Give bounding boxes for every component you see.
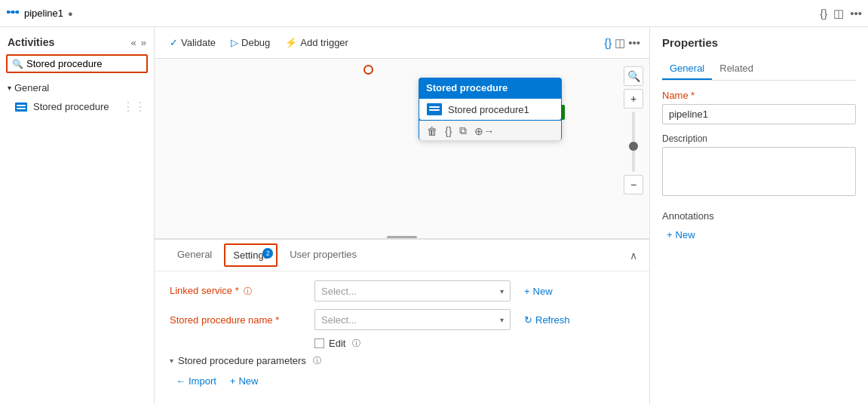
name-field: Name * — [662, 90, 856, 124]
bottom-panel-header: General Settings 2 User properties ∧ — [155, 240, 649, 271]
sidebar: Activities « » 🔍 ▾ General Stored proced… — [0, 27, 155, 404]
zoom-out-button[interactable]: − — [624, 175, 643, 194]
zoom-slider[interactable] — [632, 112, 635, 172]
linked-service-info-icon[interactable]: ⓘ — [244, 286, 252, 295]
search-box[interactable]: 🔍 — [6, 54, 148, 73]
zoom-in-button[interactable]: + — [624, 89, 643, 109]
tab-user-properties-label: User properties — [290, 249, 357, 260]
code-icon[interactable]: {} — [445, 125, 452, 137]
toolbar-right: {} ◫ ••• — [604, 36, 640, 50]
import-new-row: ← Import + New — [170, 372, 634, 390]
svg-rect-0 — [7, 11, 10, 14]
delete-icon[interactable]: 🗑 — [427, 125, 437, 137]
zoom-search-button[interactable]: 🔍 — [624, 66, 643, 86]
parameters-new-label: New — [238, 375, 258, 387]
stored-procedure-node[interactable]: Stored procedure Stored procedure1 🗑 {} … — [419, 78, 562, 140]
edit-checkbox[interactable] — [314, 338, 324, 348]
validate-button[interactable]: ✓ Validate — [164, 34, 222, 51]
resize-handle[interactable] — [387, 236, 417, 238]
stored-procedure-name-required: * — [275, 314, 279, 326]
prop-tab-general[interactable]: General — [662, 58, 712, 80]
linked-service-new-button[interactable]: + New — [520, 283, 557, 300]
canvas-more-icon[interactable]: ••• — [628, 36, 640, 50]
parameters-info-icon[interactable]: ⓘ — [313, 355, 321, 366]
arrow-right-icon[interactable]: ⊕→ — [474, 125, 494, 137]
linked-service-dropdown[interactable]: Select... ▾ — [314, 280, 511, 301]
parameters-new-button[interactable]: + New — [225, 372, 263, 390]
tab-general-label: General — [177, 249, 212, 260]
annotations-new-button[interactable]: + New — [662, 226, 700, 243]
activities-title: Activities — [8, 36, 54, 48]
more-options-icon[interactable]: ••• — [850, 7, 862, 20]
properties-title: Properties — [662, 36, 856, 49]
property-tabs: General Related — [662, 58, 856, 81]
monitor-view-icon[interactable]: ◫ — [615, 36, 625, 50]
name-required: * — [691, 90, 695, 101]
tab-user-properties[interactable]: User properties — [279, 243, 367, 268]
linked-service-label: Linked service * ⓘ — [170, 285, 305, 297]
canvas-toolbar: ✓ Validate ▷ Debug ⚡ Add trigger {} ◫ ••… — [155, 27, 649, 59]
tab-settings[interactable]: Settings 2 — [224, 243, 278, 267]
debug-button[interactable]: ▷ Debug — [225, 34, 276, 51]
stored-procedure-name-label-text: Stored procedure name — [170, 314, 273, 326]
main-container: Activities « » 🔍 ▾ General Stored proced… — [0, 27, 868, 404]
top-bar: pipeline1 ● {} ◫ ••• — [0, 0, 868, 27]
node-container: Stored procedure Stored procedure1 🗑 {} … — [287, 70, 430, 133]
plus-icon: + — [524, 286, 530, 297]
sidebar-item-label: Stored procedure — [33, 101, 116, 112]
success-indicator — [561, 105, 565, 120]
bottom-tabs: General Settings 2 User properties — [167, 243, 367, 268]
tab-general[interactable]: General — [167, 243, 222, 268]
description-field: Description — [662, 133, 856, 198]
canvas-body: Stored procedure Stored procedure1 🗑 {} … — [155, 59, 649, 238]
code-icon[interactable]: {} — [820, 7, 827, 20]
edit-label: Edit — [329, 338, 345, 349]
sidebar-item-stored-procedure[interactable]: Stored procedure ⋮⋮ — [0, 96, 154, 117]
monitor-icon[interactable]: ◫ — [833, 7, 844, 20]
unsaved-indicator: ● — [68, 9, 73, 18]
tab-title: pipeline1 — [24, 8, 63, 19]
activities-header: Activities « » — [0, 33, 154, 54]
debug-label: Debug — [241, 37, 270, 48]
stored-procedure-name-row: Stored procedure name * Select... ▾ ↻ Re… — [170, 309, 634, 330]
expand-icon[interactable]: » — [141, 37, 146, 48]
parameters-section: ▾ Stored procedure parameters ⓘ — [170, 355, 634, 366]
add-trigger-button[interactable]: ⚡ Add trigger — [279, 34, 354, 51]
copy-icon[interactable]: ⧉ — [459, 124, 467, 137]
name-label: Name * — [662, 90, 856, 101]
name-label-text: Name — [662, 90, 689, 101]
search-icon: 🔍 — [12, 59, 23, 69]
node-body: Stored procedure1 — [419, 99, 561, 120]
description-textarea[interactable] — [662, 147, 856, 196]
sidebar-controls: « » — [131, 37, 146, 48]
name-input[interactable] — [662, 104, 856, 124]
import-button[interactable]: ← Import — [176, 375, 216, 387]
linked-service-placeholder: Select... — [321, 286, 357, 297]
debug-icon: ▷ — [231, 37, 238, 48]
import-arrow-icon: ← — [176, 375, 186, 387]
refresh-icon: ↻ — [524, 314, 532, 326]
import-label: Import — [189, 375, 216, 387]
pipeline-icon — [6, 7, 20, 20]
search-input[interactable] — [26, 58, 142, 69]
stored-procedure-name-dropdown[interactable]: Select... ▾ — [314, 309, 511, 330]
linked-service-required: * — [235, 285, 239, 296]
refresh-button[interactable]: ↻ Refresh — [520, 311, 575, 329]
prop-tab-related[interactable]: Related — [712, 58, 761, 80]
settings-badge: 2 — [262, 248, 273, 259]
node-actions: 🗑 {} ⧉ ⊕→ — [419, 121, 561, 140]
parameters-label: Stored procedure parameters — [178, 355, 306, 366]
prop-tab-related-label: Related — [719, 63, 753, 74]
stored-procedure-name-chevron-icon: ▾ — [500, 316, 504, 324]
general-section-header[interactable]: ▾ General — [0, 79, 154, 96]
panel-content: Linked service * ⓘ Select... ▾ + New — [155, 271, 649, 399]
code-view-icon[interactable]: {} — [604, 36, 612, 50]
general-section-label: General — [14, 82, 49, 93]
collapse-icon[interactable]: « — [131, 37, 136, 48]
chevron-down-icon: ▾ — [8, 84, 11, 92]
validate-icon: ✓ — [170, 37, 178, 48]
add-trigger-label: Add trigger — [300, 37, 348, 48]
refresh-label: Refresh — [535, 314, 570, 326]
collapse-panel-button[interactable]: ∧ — [630, 249, 637, 262]
edit-info-icon[interactable]: ⓘ — [352, 338, 360, 349]
